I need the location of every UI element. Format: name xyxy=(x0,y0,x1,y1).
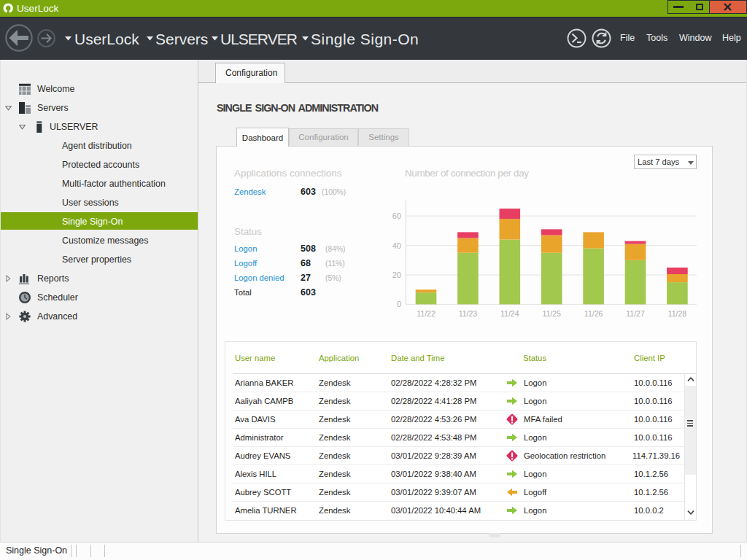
svg-text:11/25: 11/25 xyxy=(542,309,561,318)
svg-text:11/27: 11/27 xyxy=(626,309,645,318)
svg-text:11/26: 11/26 xyxy=(584,309,603,318)
svg-text:20: 20 xyxy=(392,271,401,279)
svg-text:0: 0 xyxy=(397,300,401,308)
svg-text:40: 40 xyxy=(392,241,401,250)
svg-text:60: 60 xyxy=(392,211,401,220)
svg-text:11/24: 11/24 xyxy=(500,309,519,318)
svg-text:11/23: 11/23 xyxy=(459,309,478,318)
svg-text:11/22: 11/22 xyxy=(417,309,436,318)
svg-text:11/28: 11/28 xyxy=(668,309,687,318)
